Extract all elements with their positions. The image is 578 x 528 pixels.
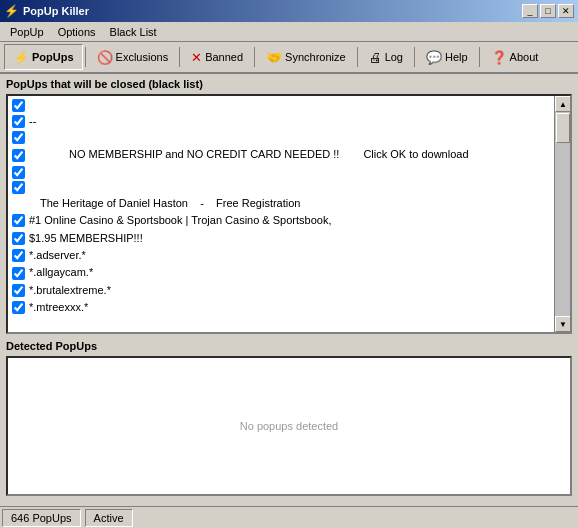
bl-checkbox-12[interactable] bbox=[12, 284, 25, 297]
help-icon: 💬 bbox=[426, 50, 442, 65]
bl-checkbox-13[interactable] bbox=[12, 301, 25, 314]
scroll-thumb[interactable] bbox=[556, 113, 570, 143]
synchronize-button[interactable]: 🤝 Synchronize bbox=[257, 44, 355, 70]
bl-text-13: *.mtreexxx.* bbox=[29, 300, 88, 315]
title-bar: ⚡ PopUp Killer _ □ ✕ bbox=[0, 0, 578, 22]
blacklist-menu[interactable]: Black List bbox=[104, 24, 163, 40]
bl-checkbox-8[interactable] bbox=[12, 214, 25, 227]
detected-panel: No popups detected bbox=[6, 356, 572, 496]
options-menu[interactable]: Options bbox=[52, 24, 102, 40]
bl-checkbox-2[interactable] bbox=[12, 115, 25, 128]
blacklist-panel: -- NO MEMBERSHIP and NO CREDIT CARD NEED… bbox=[6, 94, 572, 334]
list-item bbox=[10, 165, 552, 180]
list-item: $1.95 MEMBERSHIP!!! bbox=[10, 230, 552, 247]
help-label: Help bbox=[445, 51, 468, 63]
banned-button[interactable]: ✕ Banned bbox=[182, 44, 252, 70]
separator-6 bbox=[479, 47, 480, 67]
stop-icon: 🚫 bbox=[97, 50, 113, 65]
app-title: PopUp Killer bbox=[23, 5, 89, 17]
list-item: *.adserver.* bbox=[10, 247, 552, 264]
bl-text-2: -- bbox=[29, 114, 36, 129]
bl-checkbox-10[interactable] bbox=[12, 249, 25, 262]
detected-section: Detected PopUps No popups detected bbox=[6, 340, 572, 496]
popup-count-status: 646 PopUps bbox=[2, 509, 81, 527]
separator-4 bbox=[357, 47, 358, 67]
list-item: #1 Online Casino & Sportsbook | Trojan C… bbox=[10, 212, 552, 229]
blacklist-section-title: PopUps that will be closed (black list) bbox=[6, 78, 572, 90]
bl-checkbox-5[interactable] bbox=[12, 166, 25, 179]
blacklist-content[interactable]: -- NO MEMBERSHIP and NO CREDIT CARD NEED… bbox=[8, 96, 554, 332]
list-item: -- bbox=[10, 113, 552, 130]
bl-text-4: NO MEMBERSHIP and NO CREDIT CARD NEEDED … bbox=[69, 147, 339, 162]
list-item: *.brutalextreme.* bbox=[10, 282, 552, 299]
separator-2 bbox=[179, 47, 180, 67]
list-item bbox=[10, 130, 552, 145]
about-button[interactable]: ❓ About bbox=[482, 44, 548, 70]
scroll-up-button[interactable]: ▲ bbox=[555, 96, 571, 112]
sync-icon: 🤝 bbox=[266, 50, 282, 65]
log-button[interactable]: 🖨 Log bbox=[360, 44, 412, 70]
bl-checkbox-11[interactable] bbox=[12, 267, 25, 280]
bl-text-4-extra: Click OK to download bbox=[363, 147, 468, 162]
blacklist-scrollbar[interactable]: ▲ ▼ bbox=[554, 96, 570, 332]
bl-text-7: The Heritage of Daniel Haston - Free Reg… bbox=[40, 196, 300, 211]
log-icon: 🖨 bbox=[369, 50, 382, 65]
scroll-down-button[interactable]: ▼ bbox=[555, 316, 571, 332]
no-popups-message: No popups detected bbox=[240, 420, 338, 432]
bl-checkbox-4[interactable] bbox=[12, 149, 25, 162]
separator-3 bbox=[254, 47, 255, 67]
bl-text-11: *.allgaycam.* bbox=[29, 265, 93, 280]
log-label: Log bbox=[385, 51, 403, 63]
toolbar: ⚡ PopUps 🚫 Exclusions ✕ Banned 🤝 Synchro… bbox=[0, 42, 578, 74]
x-icon: ✕ bbox=[191, 50, 202, 65]
separator-1 bbox=[85, 47, 86, 67]
active-status: Active bbox=[85, 509, 133, 527]
help-button[interactable]: 💬 Help bbox=[417, 44, 477, 70]
scroll-track bbox=[555, 112, 570, 316]
bl-checkbox-9[interactable] bbox=[12, 232, 25, 245]
list-item bbox=[10, 98, 552, 113]
about-label: About bbox=[510, 51, 539, 63]
list-item: *.allgaycam.* bbox=[10, 264, 552, 281]
bl-checkbox-6[interactable] bbox=[12, 181, 25, 194]
lightning-icon: ⚡ bbox=[13, 50, 29, 65]
status-bar: 646 PopUps Active bbox=[0, 506, 578, 528]
bl-text-10: *.adserver.* bbox=[29, 248, 86, 263]
banned-label: Banned bbox=[205, 51, 243, 63]
exclusions-button[interactable]: 🚫 Exclusions bbox=[88, 44, 178, 70]
bl-text-12: *.brutalextreme.* bbox=[29, 283, 111, 298]
bl-checkbox-3[interactable] bbox=[12, 131, 25, 144]
exclusions-label: Exclusions bbox=[116, 51, 169, 63]
list-item: NO MEMBERSHIP and NO CREDIT CARD NEEDED … bbox=[10, 145, 552, 164]
popup-menu[interactable]: PopUp bbox=[4, 24, 50, 40]
main-content: PopUps that will be closed (black list) … bbox=[0, 74, 578, 506]
app-icon: ⚡ bbox=[4, 4, 19, 18]
about-icon: ❓ bbox=[491, 50, 507, 65]
list-item: *.mtreexxx.* bbox=[10, 299, 552, 316]
maximize-button[interactable]: □ bbox=[540, 4, 556, 18]
window-controls: _ □ ✕ bbox=[522, 4, 574, 18]
popups-label: PopUps bbox=[32, 51, 74, 63]
bl-text-8: #1 Online Casino & Sportsbook | Trojan C… bbox=[29, 213, 331, 228]
bl-text-9: $1.95 MEMBERSHIP!!! bbox=[29, 231, 143, 246]
list-item: The Heritage of Daniel Haston - Free Reg… bbox=[10, 195, 552, 212]
list-item bbox=[10, 180, 552, 195]
synchronize-label: Synchronize bbox=[285, 51, 346, 63]
close-button[interactable]: ✕ bbox=[558, 4, 574, 18]
separator-5 bbox=[414, 47, 415, 67]
bl-checkbox-1[interactable] bbox=[12, 99, 25, 112]
menu-bar: PopUp Options Black List bbox=[0, 22, 578, 42]
detected-section-title: Detected PopUps bbox=[6, 340, 572, 352]
popups-button[interactable]: ⚡ PopUps bbox=[4, 44, 83, 70]
minimize-button[interactable]: _ bbox=[522, 4, 538, 18]
